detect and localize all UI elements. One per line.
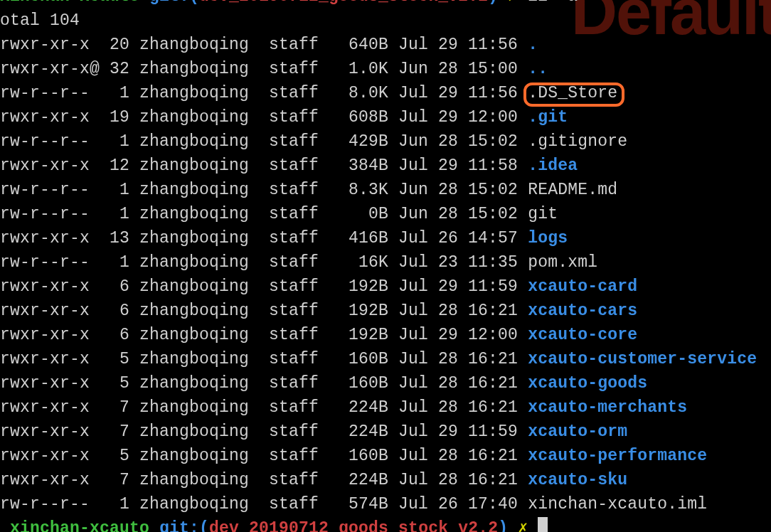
- ls-row: rwxr-xr-x 7 zhangboqing staff 224B Jul 2…: [0, 395, 771, 420]
- file-meta: rwxr-xr-x 6 zhangboqing staff 192B Jul 2…: [0, 302, 528, 320]
- ls-row: rwxr-xr-x 7 zhangboqing staff 224B Jul 2…: [0, 468, 771, 492]
- file-name: ..: [528, 60, 548, 78]
- file-meta: rwxr-xr-x 7 zhangboqing staff 224B Jul 2…: [0, 398, 528, 417]
- ls-row: rw-r--r-- 1 zhangboqing staff 8.0K Jul 2…: [0, 81, 771, 105]
- file-meta: rwxr-xr-x 6 zhangboqing staff 192B Jul 2…: [0, 326, 528, 344]
- ls-row: rwxr-xr-x 6 zhangboqing staff 192B Jul 2…: [0, 323, 771, 347]
- file-name: .: [528, 36, 538, 54]
- file-name: xinchan-xcauto.iml: [528, 495, 707, 514]
- file-name: xcauto-merchants: [528, 398, 687, 417]
- file-name: xcauto-goods: [528, 374, 647, 393]
- file-name: .gitignore: [528, 132, 627, 151]
- file-name: xcauto-performance: [528, 447, 707, 465]
- file-name: pom.xml: [528, 253, 597, 272]
- ls-row: rwxr-xr-x 6 zhangboqing staff 192B Jul 2…: [0, 299, 771, 323]
- file-meta: rwxr-xr-x 6 zhangboqing staff 192B Jul 2…: [0, 277, 528, 296]
- file-meta: rw-r--r-- 1 zhangboqing staff 429B Jun 2…: [0, 132, 528, 151]
- file-name: .DS_Store: [528, 84, 617, 102]
- file-meta: rw-r--r-- 1 zhangboqing staff 574B Jul 2…: [0, 495, 528, 514]
- ls-row: rwxr-xr-x 7 zhangboqing staff 224B Jul 2…: [0, 420, 771, 444]
- file-meta: rwxr-xr-x 5 zhangboqing staff 160B Jul 2…: [0, 447, 528, 465]
- ls-row: rw-r--r-- 1 zhangboqing staff 429B Jun 2…: [0, 129, 771, 154]
- file-name: xcauto-customer-service: [528, 350, 757, 368]
- file-name: git: [528, 205, 558, 223]
- file-name: .idea: [528, 156, 578, 175]
- file-meta: rwxr-xr-x 13 zhangboqing staff 416B Jul …: [0, 229, 528, 248]
- ls-row: rwxr-xr-x 6 zhangboqing staff 192B Jul 2…: [0, 275, 771, 299]
- file-name: xcauto-sku: [528, 471, 627, 489]
- file-meta: rw-r--r-- 1 zhangboqing staff 16K Jul 23…: [0, 253, 528, 272]
- file-name: .git: [528, 108, 568, 127]
- file-meta: rwxr-xr-x 19 zhangboqing staff 608B Jul …: [0, 108, 528, 127]
- file-meta: rwxr-xr-x 5 zhangboqing staff 160B Jul 2…: [0, 350, 528, 368]
- file-name: xcauto-card: [528, 277, 637, 296]
- file-meta: rw-r--r-- 1 zhangboqing staff 8.0K Jul 2…: [0, 84, 528, 102]
- cursor: [538, 517, 548, 532]
- file-meta: rw-r--r-- 1 zhangboqing staff 8.3K Jun 2…: [0, 181, 528, 199]
- file-name: README.md: [528, 181, 617, 199]
- ls-row: rwxr-xr-x 5 zhangboqing staff 160B Jul 2…: [0, 347, 771, 371]
- file-meta: rwxr-xr-x 12 zhangboqing staff 384B Jul …: [0, 156, 528, 175]
- header-line: xinchan-xcauto git:(dev_20190712_goods_s…: [0, 0, 771, 9]
- ls-row: rwxr-xr-x 19 zhangboqing staff 608B Jul …: [0, 105, 771, 129]
- ls-row: rwxr-xr-x 12 zhangboqing staff 384B Jul …: [0, 154, 771, 178]
- file-meta: rwxr-xr-x 5 zhangboqing staff 160B Jul 2…: [0, 374, 528, 393]
- file-name: logs: [528, 229, 568, 248]
- ls-row: rw-r--r-- 1 zhangboqing staff 0B Jun 28 …: [0, 202, 771, 226]
- ls-row: rwxr-xr-x 13 zhangboqing staff 416B Jul …: [0, 226, 771, 250]
- file-name: xcauto-core: [528, 326, 637, 344]
- total-line: otal 104: [0, 9, 771, 33]
- ls-row: rw-r--r-- 1 zhangboqing staff 16K Jul 23…: [0, 250, 771, 275]
- file-meta: rwxr-xr-x@ 32 zhangboqing staff 1.0K Jun…: [0, 60, 528, 78]
- file-meta: rwxr-xr-x 7 zhangboqing staff 224B Jul 2…: [0, 471, 528, 489]
- file-name: xcauto-orm: [528, 422, 627, 441]
- file-meta: rwxr-xr-x 7 zhangboqing staff 224B Jul 2…: [0, 422, 528, 441]
- ls-row: rw-r--r-- 1 zhangboqing staff 574B Jul 2…: [0, 492, 771, 516]
- ls-row: rwxr-xr-x@ 32 zhangboqing staff 1.0K Jun…: [0, 57, 771, 81]
- prompt-line[interactable]: xinchan-xcauto git:(dev_20190712_goods_s…: [0, 516, 771, 532]
- ls-row: rw-r--r-- 1 zhangboqing staff 8.3K Jun 2…: [0, 178, 771, 202]
- file-meta: rw-r--r-- 1 zhangboqing staff 0B Jun 28 …: [0, 205, 528, 223]
- ls-row: rwxr-xr-x 5 zhangboqing staff 160B Jul 2…: [0, 444, 771, 468]
- ls-row: rwxr-xr-x 20 zhangboqing staff 640B Jul …: [0, 33, 771, 57]
- ls-row: rwxr-xr-x 5 zhangboqing staff 160B Jul 2…: [0, 371, 771, 395]
- file-meta: rwxr-xr-x 20 zhangboqing staff 640B Jul …: [0, 36, 528, 54]
- file-name: xcauto-cars: [528, 302, 637, 320]
- terminal-output[interactable]: xinchan-xcauto git:(dev_20190712_goods_s…: [0, 0, 771, 532]
